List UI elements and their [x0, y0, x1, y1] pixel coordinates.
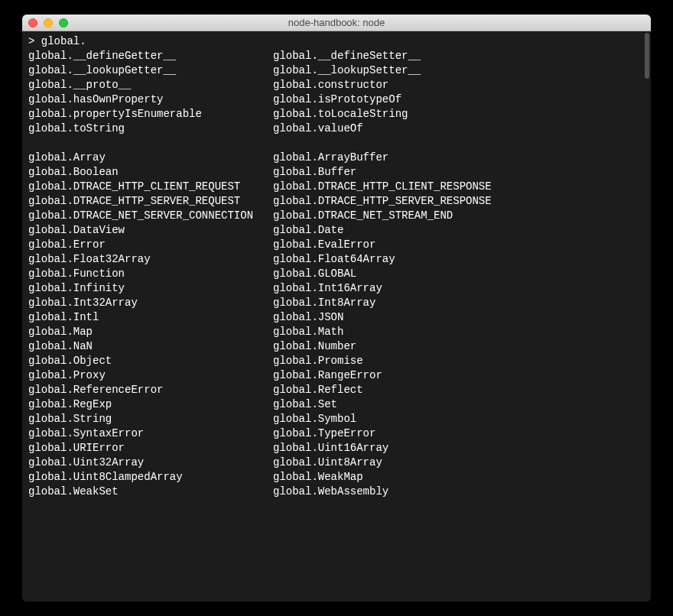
completion-item: global.constructor	[273, 78, 645, 92]
completion-item: global.Reflect	[273, 383, 645, 397]
minimize-icon[interactable]	[44, 18, 53, 28]
completion-group: global.Arrayglobal.ArrayBufferglobal.Boo…	[28, 151, 645, 499]
completion-item: global.DTRACE_HTTP_CLIENT_REQUEST	[28, 180, 273, 194]
terminal-window: node-handbook: node > global. global.__d…	[22, 15, 651, 601]
completion-item: global.DTRACE_NET_SERVER_CONNECTION	[28, 209, 273, 223]
completion-row: global.Int32Arrayglobal.Int8Array	[28, 296, 645, 310]
completion-row: global.propertyIsEnumerableglobal.toLoca…	[28, 107, 645, 122]
completion-item: global.Function	[28, 267, 273, 281]
completion-item: global.toString	[28, 122, 273, 136]
completion-item: global.Uint32Array	[28, 456, 273, 470]
completion-item: global.__proto__	[28, 78, 273, 92]
completion-row: global.Arrayglobal.ArrayBuffer	[28, 151, 645, 165]
blank-row	[28, 136, 645, 151]
completion-row: global.Mapglobal.Math	[28, 325, 645, 339]
completion-item: global.Proxy	[28, 368, 273, 383]
completion-item: global.Buffer	[273, 165, 645, 180]
completion-item: global.WebAssembly	[273, 485, 645, 499]
completion-item: global.Float32Array	[28, 252, 273, 267]
completion-row: global.hasOwnPropertyglobal.isPrototypeO…	[28, 92, 645, 107]
completion-item: global.DTRACE_HTTP_SERVER_RESPONSE	[273, 194, 645, 209]
completion-row: global.URIErrorglobal.Uint16Array	[28, 441, 645, 456]
completion-item: global.ReferenceError	[28, 383, 273, 397]
completion-item: global.Int32Array	[28, 296, 273, 310]
completion-item: global.Uint8Array	[273, 456, 645, 470]
completion-item: global.Boolean	[28, 165, 273, 180]
completion-row: global.Errorglobal.EvalError	[28, 238, 645, 252]
completion-item: global.URIError	[28, 441, 273, 456]
completion-item: global.Symbol	[273, 412, 645, 426]
completion-item: global.Number	[273, 339, 645, 354]
completion-item: global.DataView	[28, 223, 273, 238]
completion-item: global.Infinity	[28, 281, 273, 296]
completion-list: global.__defineGetter__global.__defineSe…	[28, 49, 645, 499]
completion-item: global.String	[28, 412, 273, 426]
completion-item: global.Error	[28, 238, 273, 252]
completion-item: global.__lookupGetter__	[28, 63, 273, 78]
maximize-icon[interactable]	[59, 18, 68, 28]
prompt-input: global.	[41, 35, 86, 47]
completion-item: global.Object	[28, 354, 273, 368]
completion-item: global.EvalError	[273, 238, 645, 252]
titlebar[interactable]: node-handbook: node	[22, 15, 651, 31]
completion-item: global.Array	[28, 151, 273, 165]
completion-row: global.Uint32Arrayglobal.Uint8Array	[28, 456, 645, 470]
completion-item: global.Math	[273, 325, 645, 339]
completion-row: global.DTRACE_HTTP_SERVER_REQUESTglobal.…	[28, 194, 645, 209]
completion-item: global.Map	[28, 325, 273, 339]
completion-item: global.__defineGetter__	[28, 49, 273, 63]
traffic-lights	[22, 18, 68, 28]
completion-row: global.Float32Arrayglobal.Float64Array	[28, 252, 645, 267]
completion-item: global.ArrayBuffer	[273, 151, 645, 165]
completion-item: global.isPrototypeOf	[273, 92, 645, 107]
completion-item: global.Float64Array	[273, 252, 645, 267]
completion-item: global.Int8Array	[273, 296, 645, 310]
completion-row: global.WeakSetglobal.WebAssembly	[28, 485, 645, 499]
completion-row: global.Intlglobal.JSON	[28, 310, 645, 325]
completion-row: global.ReferenceErrorglobal.Reflect	[28, 383, 645, 397]
completion-item: global.toLocaleString	[273, 107, 645, 122]
completion-row: global.SyntaxErrorglobal.TypeError	[28, 426, 645, 441]
completion-item: global.WeakMap	[273, 470, 645, 485]
completion-item: global.Promise	[273, 354, 645, 368]
completion-item: global.SyntaxError	[28, 426, 273, 441]
terminal-body[interactable]: > global. global.__defineGetter__global.…	[22, 31, 651, 601]
completion-item: global.__defineSetter__	[273, 49, 645, 63]
completion-row: global.DTRACE_NET_SERVER_CONNECTIONgloba…	[28, 209, 645, 223]
completion-item: global.propertyIsEnumerable	[28, 107, 273, 122]
completion-item: global.Int16Array	[273, 281, 645, 296]
completion-item: global.GLOBAL	[273, 267, 645, 281]
completion-row: global.DataViewglobal.Date	[28, 223, 645, 238]
completion-item: global.valueOf	[273, 122, 645, 136]
completion-item: global.RangeError	[273, 368, 645, 383]
completion-item: global.Set	[273, 397, 645, 412]
completion-item: global.__lookupSetter__	[273, 63, 645, 78]
completion-row: global.NaNglobal.Number	[28, 339, 645, 354]
completion-item: global.Uint8ClampedArray	[28, 470, 273, 485]
completion-item: global.Intl	[28, 310, 273, 325]
completion-row: global.Infinityglobal.Int16Array	[28, 281, 645, 296]
completion-row: global.RegExpglobal.Set	[28, 397, 645, 412]
completion-row: global.__proto__global.constructor	[28, 78, 645, 92]
completion-item: global.DTRACE_HTTP_SERVER_REQUEST	[28, 194, 273, 209]
completion-row: global.Proxyglobal.RangeError	[28, 368, 645, 383]
completion-item: global.TypeError	[273, 426, 645, 441]
completion-item: global.WeakSet	[28, 485, 273, 499]
completion-row: global.Uint8ClampedArrayglobal.WeakMap	[28, 470, 645, 485]
completion-row: global.toStringglobal.valueOf	[28, 122, 645, 136]
completion-item: global.JSON	[273, 310, 645, 325]
completion-group: global.__defineGetter__global.__defineSe…	[28, 49, 645, 136]
scrollbar-thumb[interactable]	[645, 33, 649, 79]
completion-row: global.__defineGetter__global.__defineSe…	[28, 49, 645, 63]
close-icon[interactable]	[28, 18, 37, 28]
completion-row: global.__lookupGetter__global.__lookupSe…	[28, 63, 645, 78]
completion-row: global.Stringglobal.Symbol	[28, 412, 645, 426]
completion-row: global.Functionglobal.GLOBAL	[28, 267, 645, 281]
completion-item: global.DTRACE_HTTP_CLIENT_RESPONSE	[273, 180, 645, 194]
prompt-line[interactable]: > global.	[28, 34, 645, 49]
completion-item: global.Date	[273, 223, 645, 238]
window-title: node-handbook: node	[22, 17, 651, 28]
completion-item: global.Uint16Array	[273, 441, 645, 456]
completion-item: global.hasOwnProperty	[28, 92, 273, 107]
completion-row: global.Booleanglobal.Buffer	[28, 165, 645, 180]
